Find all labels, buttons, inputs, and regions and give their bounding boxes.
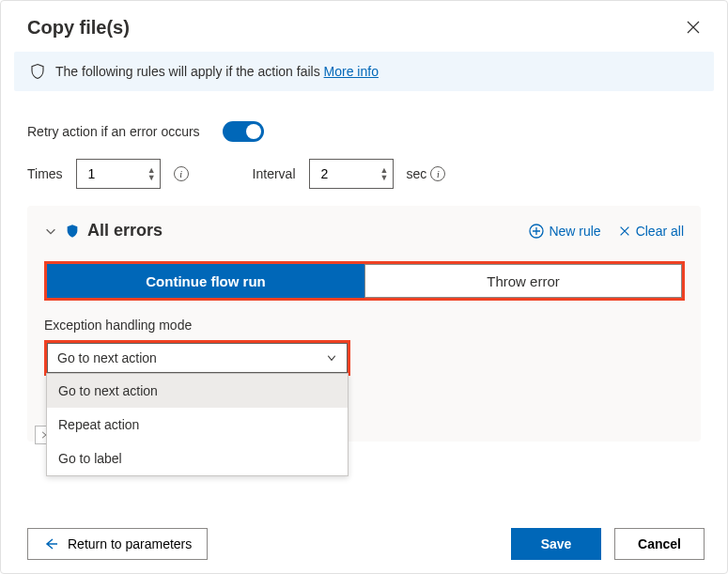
times-field[interactable] xyxy=(86,165,147,182)
dialog-title: Copy file(s) xyxy=(27,17,130,39)
interval-input[interactable]: ▲▼ xyxy=(309,159,394,189)
flow-tab-group: Continue flow run Throw error xyxy=(44,261,685,301)
rules-banner: The following rules will apply if the ac… xyxy=(14,52,714,91)
interval-unit: sec xyxy=(407,166,427,181)
mode-option[interactable]: Go to next action xyxy=(47,374,348,408)
times-label: Times xyxy=(27,166,63,181)
chevron-down-icon xyxy=(326,352,337,364)
times-spinner[interactable]: ▲▼ xyxy=(147,166,156,181)
x-icon xyxy=(618,225,631,238)
shield-icon xyxy=(29,63,46,80)
interval-spinner[interactable]: ▲▼ xyxy=(380,166,389,181)
interval-info-icon[interactable]: i xyxy=(430,166,445,181)
mode-option[interactable]: Repeat action xyxy=(47,408,348,442)
tab-throw-error[interactable]: Throw error xyxy=(364,264,682,298)
mode-selected-value: Go to next action xyxy=(57,350,157,365)
retry-toggle[interactable] xyxy=(223,121,264,142)
banner-text: The following rules will apply if the ac… xyxy=(55,64,324,79)
shield-solid-icon xyxy=(65,224,80,239)
errors-title: All errors xyxy=(87,221,163,240)
mode-dropdown: Go to next action Repeat action Go to la… xyxy=(46,373,349,476)
mode-select[interactable]: Go to next action xyxy=(47,343,348,373)
interval-label: Interval xyxy=(253,166,296,181)
mode-label: Exception handling mode xyxy=(44,318,684,333)
return-to-parameters-button[interactable]: Return to parameters xyxy=(27,528,208,560)
retry-label: Retry action if an error occurs xyxy=(27,124,200,139)
cancel-button[interactable]: Cancel xyxy=(614,528,705,560)
times-input[interactable]: ▲▼ xyxy=(76,159,161,189)
tab-continue-flow[interactable]: Continue flow run xyxy=(47,264,364,298)
interval-field[interactable] xyxy=(319,165,380,182)
new-rule-button[interactable]: New rule xyxy=(529,224,600,239)
close-button[interactable] xyxy=(682,16,705,39)
clear-all-button[interactable]: Clear all xyxy=(618,224,684,239)
save-button[interactable]: Save xyxy=(511,528,601,560)
times-info-icon[interactable]: i xyxy=(174,166,189,181)
errors-panel: All errors New rule Clear all Continue f… xyxy=(27,206,701,442)
close-icon xyxy=(686,20,701,35)
more-info-link[interactable]: More info xyxy=(324,64,379,79)
mode-option[interactable]: Go to label xyxy=(47,442,348,475)
chevron-down-icon[interactable] xyxy=(44,225,57,238)
arrow-left-icon xyxy=(43,536,58,551)
plus-circle-icon xyxy=(529,224,544,239)
mode-select-wrap: Go to next action Go to next action Repe… xyxy=(44,340,350,376)
